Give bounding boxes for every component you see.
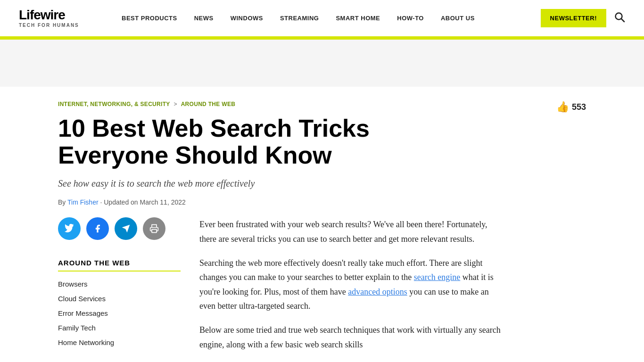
sidebar-links-list: Browsers Cloud Services Error Messages F… (58, 280, 181, 346)
article-paragraph-2: Searching the web more effectively doesn… (199, 256, 506, 313)
print-button[interactable] (143, 217, 165, 240)
breadcrumb-parent[interactable]: INTERNET, NETWORKING, & SECURITY (58, 101, 170, 107)
list-item: Browsers (58, 280, 181, 288)
search-button[interactable] (614, 11, 625, 25)
list-item: Cloud Services (58, 295, 181, 303)
twitter-share-button[interactable] (58, 217, 81, 240)
list-item: Error Messages (58, 309, 181, 317)
breadcrumb: INTERNET, NETWORKING, & SECURITY > AROUN… (58, 101, 235, 107)
sidebar-link-cloud-services[interactable]: Cloud Services (58, 295, 181, 303)
facebook-share-button[interactable] (86, 217, 109, 240)
header-right: NEWSLETTER! (541, 9, 625, 27)
nav-how-to[interactable]: HOW-TO (388, 15, 432, 22)
breadcrumb-current[interactable]: AROUND THE WEB (181, 101, 236, 107)
sidebar: AROUND THE WEB Browsers Cloud Services E… (58, 217, 181, 361)
logo-tagline: TECH FOR HUMANS (19, 23, 94, 28)
sidebar-link-error-messages[interactable]: Error Messages (58, 309, 181, 317)
nav-streaming[interactable]: STREAMING (272, 15, 328, 22)
sidebar-link-home-networking[interactable]: Home Networking (58, 338, 181, 346)
social-buttons (58, 217, 181, 240)
svg-rect-2 (152, 230, 157, 233)
site-header: Lifewire TECH FOR HUMANS BEST PRODUCTS N… (0, 0, 644, 38)
article-byline: By Tim Fisher · Updated on March 11, 202… (58, 198, 586, 206)
breadcrumb-separator: > (174, 101, 177, 107)
article-title: 10 Best Web Search Tricks Everyone Shoul… (58, 115, 482, 169)
nav-smart-home[interactable]: SMART HOME (327, 15, 388, 22)
updated-date: Updated on March 11, 2022 (104, 198, 186, 206)
list-item: Family Tech (58, 324, 181, 332)
likes-area: 👍 553 (556, 101, 586, 113)
sidebar-link-browsers[interactable]: Browsers (58, 280, 181, 288)
article-body: Ever been frustrated with your web searc… (199, 217, 506, 361)
article-paragraph-1: Ever been frustrated with your web searc… (199, 217, 506, 246)
ad-area (0, 40, 644, 87)
logo[interactable]: Lifewire (19, 8, 94, 22)
newsletter-button[interactable]: NEWSLETTER! (541, 9, 606, 27)
logo-area: Lifewire TECH FOR HUMANS (19, 8, 94, 28)
sidebar-section-title: AROUND THE WEB (58, 259, 181, 272)
search-engine-link[interactable]: search engine (414, 272, 460, 282)
thumb-up-icon: 👍 (556, 101, 569, 113)
likes-count: 553 (572, 102, 586, 112)
sidebar-link-family-tech[interactable]: Family Tech (58, 324, 181, 332)
telegram-share-button[interactable] (115, 217, 137, 240)
nav-about-us[interactable]: ABOUT US (432, 15, 483, 22)
list-item: Home Networking (58, 338, 181, 346)
nav-best-products[interactable]: BEST PRODUCTS (113, 15, 186, 22)
author-link[interactable]: Tim Fisher (67, 198, 99, 206)
main-layout: AROUND THE WEB Browsers Cloud Services E… (58, 217, 586, 361)
svg-line-1 (621, 19, 624, 22)
advanced-options-link[interactable]: advanced options (348, 287, 407, 296)
article-paragraph-3: Below are some tried and true web search… (199, 323, 506, 352)
byline-prefix: By (58, 198, 66, 206)
main-nav: BEST PRODUCTS NEWS WINDOWS STREAMING SMA… (113, 15, 541, 22)
sidebar-around-web: AROUND THE WEB Browsers Cloud Services E… (58, 259, 181, 346)
article-subtitle: See how easy it is to search the web mor… (58, 178, 412, 189)
nav-windows[interactable]: WINDOWS (222, 15, 272, 22)
nav-news[interactable]: NEWS (186, 15, 222, 22)
content-wrapper: INTERNET, NETWORKING, & SECURITY > AROUN… (39, 87, 605, 361)
